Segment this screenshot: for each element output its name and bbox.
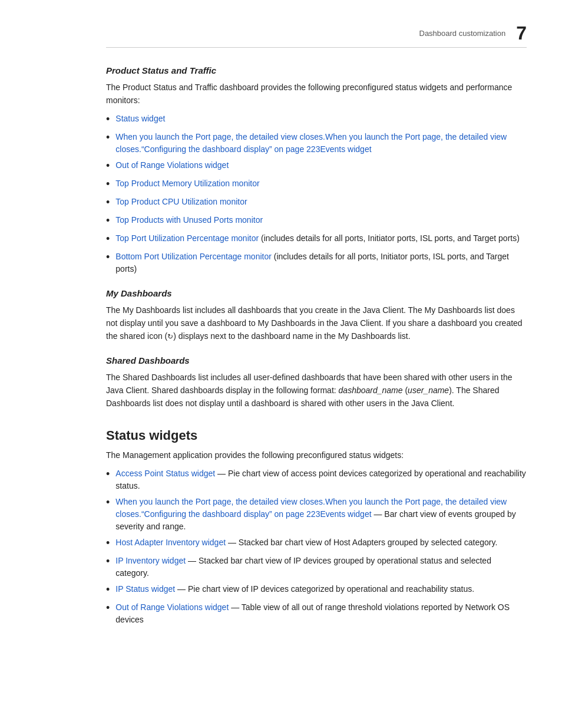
product-status-heading: Product Status and Traffic: [106, 65, 527, 75]
events-widget-link-1[interactable]: When you launch the Port page, the detai…: [115, 132, 507, 154]
top-port-util-link[interactable]: Top Port Utilization Percentage monitor: [115, 233, 259, 243]
list-item: Top Product Memory Utilization monitor: [106, 177, 527, 192]
list-item: Host Adapter Inventory widget — Stacked …: [106, 536, 527, 551]
list-item: IP Status widget — Pie chart view of IP …: [106, 583, 527, 598]
ip-inventory-link[interactable]: IP Inventory widget: [115, 556, 186, 565]
my-dashboards-section: My Dashboards The My Dashboards list inc…: [106, 288, 527, 342]
list-item: When you launch the Port page, the detai…: [106, 131, 527, 156]
page-number: 7: [516, 24, 527, 42]
shared-dashboards-body: The Shared Dashboards list includes all …: [106, 371, 527, 410]
list-item: Out of Range Violations widget: [106, 159, 527, 174]
product-status-section: Product Status and Traffic The Product S…: [106, 65, 527, 275]
top-port-util-rest: (includes details for all ports, Initiat…: [259, 233, 520, 243]
my-dashboards-heading: My Dashboards: [106, 288, 527, 298]
bottom-port-util-link[interactable]: Bottom Port Utilization Percentage monit…: [115, 252, 272, 261]
ip-status-link[interactable]: IP Status widget: [115, 584, 175, 594]
top-memory-link[interactable]: Top Product Memory Utilization monitor: [115, 179, 259, 188]
list-item: Top Products with Unused Ports monitor: [106, 214, 527, 229]
status-widget-link[interactable]: Status widget: [115, 114, 165, 123]
product-status-intro: The Product Status and Traffic dashboard…: [106, 81, 527, 107]
list-item: Bottom Port Utilization Percentage monit…: [106, 251, 527, 275]
status-widgets-heading: Status widgets: [106, 428, 527, 443]
top-unused-ports-link[interactable]: Top Products with Unused Ports monitor: [115, 215, 263, 225]
list-item: Top Product CPU Utilization monitor: [106, 196, 527, 210]
list-item: When you launch the Port page, the detai…: [106, 496, 527, 533]
host-adapter-inventory-rest: — Stacked bar chart view of Host Adapter…: [226, 538, 497, 547]
access-point-status-link[interactable]: Access Point Status widget: [115, 469, 215, 478]
top-cpu-link[interactable]: Top Product CPU Utilization monitor: [115, 197, 247, 206]
product-status-list: Status widget When you launch the Port p…: [106, 113, 527, 275]
list-item: Access Point Status widget — Pie chart v…: [106, 467, 527, 492]
out-of-range-link-1[interactable]: Out of Range Violations widget: [115, 160, 229, 170]
list-item: Status widget: [106, 113, 527, 127]
header-title: Dashboard customization: [419, 29, 506, 38]
host-adapter-inventory-link[interactable]: Host Adapter Inventory widget: [115, 538, 226, 547]
status-widgets-intro: The Management application provides the …: [106, 449, 527, 462]
list-item: Top Port Utilization Percentage monitor …: [106, 232, 527, 247]
page-header: Dashboard customization 7: [106, 24, 527, 48]
out-of-range-link-2[interactable]: Out of Range Violations widget: [115, 602, 229, 612]
page: Dashboard customization 7 Product Status…: [0, 0, 562, 728]
status-widgets-section: Status widgets The Management applicatio…: [106, 428, 527, 627]
shared-dashboards-heading: Shared Dashboards: [106, 355, 527, 365]
status-widgets-list: Access Point Status widget — Pie chart v…: [106, 467, 527, 626]
list-item: Out of Range Violations widget — Table v…: [106, 601, 527, 626]
my-dashboards-body: The My Dashboards list includes all dash…: [106, 304, 527, 342]
ip-status-rest: — Pie chart view of IP devices categoriz…: [175, 584, 474, 594]
shared-dashboards-section: Shared Dashboards The Shared Dashboards …: [106, 355, 527, 410]
list-item: IP Inventory widget — Stacked bar chart …: [106, 555, 527, 579]
